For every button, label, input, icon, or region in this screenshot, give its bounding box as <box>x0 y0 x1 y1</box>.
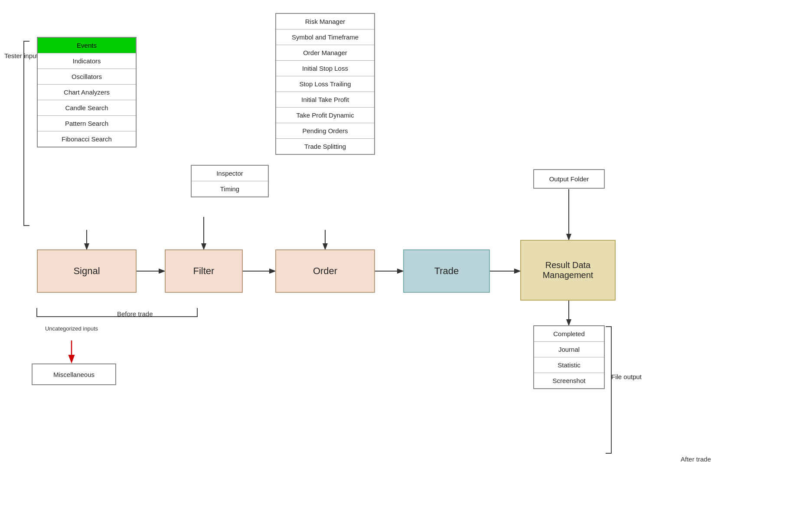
trade-box[interactable]: Trade <box>403 249 490 293</box>
file-output-screenshot[interactable]: Screenshot <box>534 373 604 388</box>
filter-inputs-container: Inspector Timing <box>191 165 269 197</box>
order-input-take-profit-dynamic[interactable]: Take Profit Dynamic <box>276 108 374 123</box>
order-input-risk-manager[interactable]: Risk Manager <box>276 14 374 29</box>
after-trade-label: After trade <box>681 455 711 463</box>
signal-input-pattern-search[interactable]: Pattern Search <box>38 116 136 131</box>
result-data-management-box[interactable]: Result Data Management <box>520 240 616 301</box>
signal-input-oscillators[interactable]: Oscillators <box>38 69 136 85</box>
diagram-container: Tester input Events Indicators Oscillato… <box>0 0 812 514</box>
signal-input-indicators[interactable]: Indicators <box>38 53 136 69</box>
signal-input-candle-search[interactable]: Candle Search <box>38 100 136 116</box>
tester-input-label: Tester input <box>4 52 38 59</box>
order-box[interactable]: Order <box>275 249 375 293</box>
order-input-initial-stop-loss[interactable]: Initial Stop Loss <box>276 61 374 76</box>
miscellaneous-label: Miscellaneous <box>53 371 95 378</box>
file-output-completed[interactable]: Completed <box>534 326 604 342</box>
order-input-order-manager[interactable]: Order Manager <box>276 45 374 61</box>
filter-input-inspector[interactable]: Inspector <box>192 166 268 181</box>
order-input-pending-orders[interactable]: Pending Orders <box>276 123 374 139</box>
filter-label: Filter <box>193 265 215 277</box>
order-input-initial-take-profit[interactable]: Initial Take Profit <box>276 92 374 108</box>
order-label: Order <box>313 265 337 277</box>
signal-input-events[interactable]: Events <box>38 38 136 53</box>
miscellaneous-box[interactable]: Miscellaneous <box>32 363 116 385</box>
trade-label: Trade <box>434 265 459 277</box>
before-trade-label: Before trade <box>117 310 153 318</box>
order-input-trade-splitting[interactable]: Trade Splitting <box>276 139 374 154</box>
signal-input-fibonacci-search[interactable]: Fibonacci Search <box>38 131 136 147</box>
file-output-journal[interactable]: Journal <box>534 342 604 357</box>
order-input-stop-loss-trailing[interactable]: Stop Loss Trailing <box>276 76 374 92</box>
file-output-statistic[interactable]: Statistic <box>534 357 604 373</box>
output-folder-box[interactable]: Output Folder <box>533 169 605 189</box>
signal-input-chart-analyzers[interactable]: Chart Analyzers <box>38 85 136 100</box>
file-output-container: Completed Journal Statistic Screenshot <box>533 325 605 389</box>
signal-label: Signal <box>73 265 100 277</box>
uncategorized-label: Uncategorized inputs <box>43 325 100 332</box>
order-inputs-container: Risk Manager Symbol and Timeframe Order … <box>275 13 375 155</box>
filter-input-timing[interactable]: Timing <box>192 181 268 196</box>
filter-box[interactable]: Filter <box>165 249 243 293</box>
output-folder-label: Output Folder <box>549 175 589 183</box>
signal-box[interactable]: Signal <box>37 249 137 293</box>
order-input-symbol-timeframe[interactable]: Symbol and Timeframe <box>276 29 374 45</box>
signal-inputs-container: Events Indicators Oscillators Chart Anal… <box>37 37 137 147</box>
rdm-label: Result Data Management <box>521 260 615 280</box>
file-output-label: File output <box>611 373 642 380</box>
